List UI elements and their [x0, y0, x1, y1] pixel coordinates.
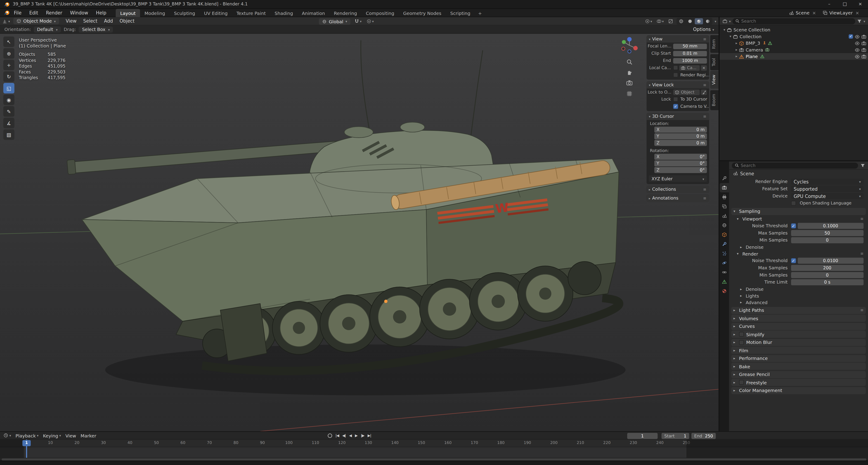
hide-viewport-icon[interactable]	[855, 47, 860, 52]
properties-tab-scene[interactable]	[720, 211, 729, 221]
scale-tool-button[interactable]: ◱	[3, 83, 14, 93]
sidebar-tab-tool[interactable]: Tool	[710, 54, 718, 70]
minimize-button[interactable]: –	[822, 0, 837, 8]
properties-search-input[interactable]: Search	[732, 162, 858, 168]
osl-checkbox[interactable]: ✓	[791, 201, 796, 206]
focal-len-field[interactable]: 50 mm	[673, 43, 707, 49]
show-gizmo-toggle[interactable]: ▾	[644, 18, 653, 25]
drag-grip-icon[interactable]: ≡	[860, 308, 864, 312]
to-3d-cursor-checkbox[interactable]: ✓	[673, 97, 678, 102]
frame-start-field[interactable]: Start 1	[661, 433, 689, 439]
viewport-menu-view[interactable]: View	[62, 18, 80, 24]
cursor-rotation-z-field[interactable]: Z0°	[654, 167, 707, 173]
properties-tab-tool[interactable]	[720, 173, 729, 183]
outliner-search-input[interactable]: Search	[732, 18, 855, 24]
drag-grip-icon[interactable]: ≡	[703, 37, 706, 41]
outliner-row-bmp-3[interactable]: ▸BMP_3	[720, 40, 868, 46]
cursor-3d-header[interactable]: ▾ 3D Cursor ≡	[647, 113, 709, 120]
scene-selector[interactable]: Scene ×	[789, 10, 817, 15]
auto-keying-toggle[interactable]	[328, 434, 332, 438]
chevron-right-icon[interactable]: ▸	[734, 47, 739, 52]
rn-denoise-panel[interactable]: ▸ Denoise	[729, 286, 868, 292]
timeline-menu-marker[interactable]: Marker	[79, 433, 99, 438]
panel-simplify[interactable]: ▸✓Simplify	[731, 331, 866, 338]
hide-viewport-icon[interactable]	[855, 54, 860, 59]
pan-button[interactable]	[626, 69, 632, 76]
local-camera-checkbox[interactable]: ✓	[673, 65, 678, 70]
cursor-location-y-field[interactable]: Y0 m	[654, 133, 707, 139]
annotations-header[interactable]: ▸ Annotations ≡	[647, 195, 709, 202]
panel-light-paths[interactable]: ▸Light Paths≡	[731, 307, 866, 314]
rn-min-samples-field[interactable]: 0	[791, 272, 864, 278]
timeline-ruler-area[interactable]: 1020304050607080901001101201301401501601…	[0, 439, 868, 458]
cursor-rotation-x-field[interactable]: X0°	[654, 154, 707, 160]
drag-grip-icon[interactable]: ≡	[703, 187, 706, 192]
hide-viewport-icon[interactable]	[855, 41, 860, 46]
properties-tab-world[interactable]	[720, 221, 729, 230]
advanced-panel[interactable]: ▸ Advanced	[729, 299, 868, 306]
sidebar-tab-boom[interactable]: Boom	[710, 90, 718, 110]
clear-camera-button[interactable]: ×	[701, 65, 707, 70]
shading-material-button[interactable]	[695, 18, 703, 24]
timeline-editor-type-button[interactable]: ▾	[3, 433, 11, 438]
add-cube-tool-button[interactable]: ▧	[3, 130, 14, 140]
vp-max-samples-field[interactable]: 50	[791, 230, 864, 236]
properties-tab-modifiers[interactable]	[720, 239, 729, 249]
vp-denoise-panel[interactable]: ▸ Denoise	[729, 244, 868, 251]
camera-view-button[interactable]	[626, 79, 632, 86]
panel-checkbox-freestyle[interactable]: ✓	[739, 380, 744, 385]
rn-time-limit-field[interactable]: 0 s	[791, 279, 864, 286]
panel-film[interactable]: ▸Film	[731, 346, 866, 354]
panel-checkbox-motion-blur[interactable]: ✓	[739, 340, 744, 345]
cursor-location-z-field[interactable]: Z0 m	[654, 140, 707, 146]
properties-tab-object[interactable]	[720, 230, 729, 239]
rotate-tool-button[interactable]: ↻	[3, 71, 14, 82]
lights-panel[interactable]: ▸ Lights	[729, 293, 868, 299]
menu-file[interactable]: File	[10, 8, 25, 17]
panel-volumes[interactable]: ▸Volumes	[731, 314, 866, 322]
clip-start-field[interactable]: 0.01 m	[673, 51, 707, 56]
shading-rendered-button[interactable]	[704, 18, 712, 24]
properties-tab-material[interactable]	[720, 287, 729, 296]
disable-render-icon[interactable]	[862, 47, 866, 52]
workspace-tab-layout[interactable]: Layout	[116, 8, 140, 17]
workspace-tab-compositing[interactable]: Compositing	[361, 8, 399, 17]
drag-select[interactable]: Select Box ▾	[79, 26, 113, 32]
lock-to-object-field[interactable]: Object	[673, 89, 700, 95]
eyedropper-button[interactable]	[701, 89, 707, 95]
render-engine-select[interactable]: Cycles ▾	[791, 178, 864, 185]
outliner-row-plane[interactable]: ▸Plane	[720, 53, 868, 60]
drag-grip-icon[interactable]: ≡	[703, 196, 706, 200]
local-camera-field[interactable]: Ca...	[679, 65, 700, 70]
zoom-button[interactable]	[626, 59, 632, 65]
timeline-menu-view[interactable]: View	[63, 433, 78, 438]
panel-motion-blur[interactable]: ▸✓Motion Blur	[731, 339, 866, 346]
view-lock-header[interactable]: ▾ View Lock ≡	[647, 81, 709, 89]
viewport-3d[interactable]: W ↖⊕+↻◱◉✎∡▧ User Perspective (1) Collect…	[0, 34, 718, 431]
collections-header[interactable]: ▸ Collections ≡	[647, 186, 709, 193]
render-region-checkbox[interactable]: ✓	[673, 72, 678, 77]
transform-tool-button[interactable]: ◉	[3, 94, 14, 105]
jump-start-button[interactable]: |◀	[336, 434, 339, 438]
play-reverse-button[interactable]: ◀	[349, 434, 351, 438]
menu-help[interactable]: Help	[92, 8, 110, 17]
viewport-menu-select[interactable]: Select	[80, 18, 101, 24]
outliner-row-scene-collection[interactable]: ▾Scene Collection	[720, 27, 868, 33]
sampling-render-header[interactable]: ▾ Render ≡	[729, 251, 868, 257]
drag-grip-icon[interactable]: ≡	[860, 252, 864, 256]
measure-tool-button[interactable]: ∡	[3, 118, 14, 128]
workspace-tab-scripting[interactable]: Scripting	[446, 8, 475, 17]
workspace-tab-uv-editing[interactable]: UV Editing	[200, 8, 232, 17]
sidebar-tab-view[interactable]: View	[710, 71, 718, 89]
disable-render-icon[interactable]	[862, 34, 866, 39]
filter-icon[interactable]	[860, 163, 865, 168]
outliner-icon[interactable]	[722, 19, 727, 24]
outliner-row-collection[interactable]: ▾Collection✓	[720, 33, 868, 40]
vp-noise-threshold-field[interactable]: 0.1000	[798, 223, 864, 229]
menu-edit[interactable]: Edit	[25, 8, 42, 17]
axis-gizmo[interactable]	[620, 36, 639, 55]
device-select[interactable]: GPU Compute ▾	[791, 193, 864, 199]
tweak-select-tool-button[interactable]: ↖	[3, 37, 14, 47]
outliner-row-camera[interactable]: ▸Camera	[720, 46, 868, 53]
play-button[interactable]: ▶	[355, 434, 358, 438]
